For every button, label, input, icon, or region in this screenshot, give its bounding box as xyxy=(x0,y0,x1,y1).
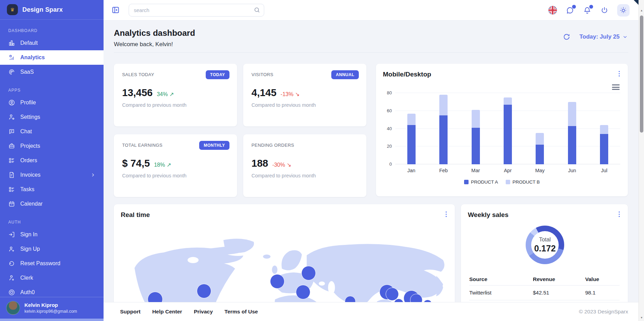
logout-button[interactable] xyxy=(600,6,609,15)
sidebar-item-clerk[interactable]: Clerk xyxy=(0,271,104,285)
kebab-menu-icon xyxy=(442,210,450,218)
power-icon xyxy=(600,6,609,14)
donut-total-label: Total xyxy=(539,237,551,243)
col-header-revenue: Revenue xyxy=(533,276,585,282)
search-input[interactable] xyxy=(129,4,264,17)
map-activity-dot xyxy=(270,274,285,289)
sign-in-icon xyxy=(8,231,15,238)
sidebar-item-analytics[interactable]: Analytics xyxy=(0,50,104,65)
sidebar-item-settings[interactable]: Settings xyxy=(0,110,104,124)
trend-down-icon: ↘ xyxy=(287,162,291,168)
sidebar-item-default[interactable]: Default xyxy=(0,36,104,50)
table-row: Twitterlist $42.51 98.1 xyxy=(469,286,620,300)
bar-jan xyxy=(395,93,427,164)
scrollbar-down-arrow[interactable]: ▼ xyxy=(639,315,644,320)
stat-delta: -30% ↘ xyxy=(272,162,291,168)
shield-icon xyxy=(8,289,15,296)
panel-collapse-icon xyxy=(111,6,120,14)
calendar-icon xyxy=(8,200,15,207)
footer-link-terms[interactable]: Terms of Use xyxy=(225,309,258,315)
corner-ribbon xyxy=(634,0,638,5)
user-email: kelvin.kiprop96@gmail.com xyxy=(24,309,77,314)
sidebar-item-sign-in[interactable]: Sign In xyxy=(0,227,104,242)
sidebar-user-card[interactable]: Kelvin Kiprop kelvin.kiprop96@gmail.com xyxy=(0,297,104,319)
kebab-menu-icon xyxy=(615,70,623,77)
bar-may xyxy=(524,93,556,164)
chart-context-menu-button[interactable] xyxy=(612,84,620,90)
weekly-sales-table: Source Revenue Value Twitterlist $42.51 … xyxy=(469,273,620,300)
notifications-button[interactable] xyxy=(583,6,592,15)
refresh-button[interactable] xyxy=(563,33,570,41)
map-activity-dot xyxy=(296,285,310,299)
sidebar-item-profile[interactable]: Profile xyxy=(0,95,104,110)
stat-value: 4,145 xyxy=(251,87,277,99)
cell-revenue: $42.51 xyxy=(533,290,585,296)
table-header-row: Source Revenue Value xyxy=(469,273,620,286)
chart-plot: 020406080 xyxy=(395,93,620,164)
brand-name: Design Sparx xyxy=(22,6,63,13)
map-activity-dot xyxy=(301,266,316,280)
footer: Support Help Center Privacy Terms of Use… xyxy=(104,302,638,321)
stat-card-total-earnings: TOTAL EARNINGS MONTHLY $ 74,5 18% ↗ Comp… xyxy=(114,134,237,197)
invoice-icon xyxy=(8,172,15,178)
legend-item-product-b[interactable]: PRODUCT B xyxy=(506,179,540,185)
user-plus-icon xyxy=(8,246,15,252)
main-content: Analytics dashboard Welcome back, Kelvin… xyxy=(104,21,638,321)
chart-title: Mobile/Desktop xyxy=(383,71,431,78)
language-flag-button[interactable] xyxy=(548,6,557,15)
chart-kebab-button[interactable] xyxy=(615,70,623,77)
bar-mar xyxy=(460,93,492,164)
stat-title: PENDING ORDERS xyxy=(251,143,358,148)
briefcase-icon xyxy=(8,143,15,149)
scrollbar-thumb[interactable] xyxy=(640,15,643,133)
scrollbar-up-arrow[interactable]: ▲ xyxy=(639,8,644,13)
sidebar-item-orders[interactable]: Orders xyxy=(0,153,104,168)
sidebar-item-saas[interactable]: SaaS xyxy=(0,65,104,79)
stat-card-visitors: VISITORS ANNUAL 4,145 -13% ↘ Compared to… xyxy=(243,64,366,126)
messages-button[interactable] xyxy=(566,6,575,15)
stat-card-sales-today: SALES TODAY TODAY 13,456 34% ↗ Compared … xyxy=(114,64,237,126)
realtime-title: Real time xyxy=(121,211,150,219)
weekly-kebab-button[interactable] xyxy=(615,210,623,218)
legend-item-product-a[interactable]: PRODUCT A xyxy=(464,179,498,185)
sidebar-collapse-button[interactable] xyxy=(111,6,120,15)
section-label-auth: AUTH xyxy=(0,220,104,225)
col-header-source: Source xyxy=(469,276,533,282)
sidebar-item-reset-password[interactable]: Reset Password xyxy=(0,256,104,271)
list-layout-icon xyxy=(8,157,15,164)
footer-link-help-center[interactable]: Help Center xyxy=(152,309,182,315)
stat-compare: Compared to previous month xyxy=(251,102,358,108)
chart-column-icon xyxy=(8,40,15,46)
sidebar-item-invoices[interactable]: Invoices xyxy=(0,168,104,182)
tasks-icon xyxy=(8,186,15,193)
stat-compare: Compared to previous month xyxy=(122,173,229,178)
sidebar-item-sign-up[interactable]: Sign Up xyxy=(0,242,104,256)
trend-up-icon: ↗ xyxy=(169,91,174,97)
scrollbar: ▲ ▼ xyxy=(638,0,644,321)
donut-total-value: 0.172 xyxy=(534,244,556,253)
page-title: Analytics dashboard xyxy=(114,28,628,38)
sidebar-item-projects[interactable]: Projects xyxy=(0,139,104,153)
kebab-menu-icon xyxy=(615,210,623,218)
messages-badge xyxy=(572,5,576,9)
spiral-icon xyxy=(8,69,15,75)
realtime-kebab-button[interactable] xyxy=(442,210,450,218)
user-name: Kelvin Kiprop xyxy=(24,302,77,308)
notifications-badge xyxy=(589,5,593,9)
chart-x-axis: JanFebMarAprMayJunJul xyxy=(395,168,620,173)
footer-link-privacy[interactable]: Privacy xyxy=(194,309,213,315)
stat-card-pending-orders: PENDING ORDERS 188 -30% ↘ Compared to pr… xyxy=(243,134,366,197)
stat-value: 13,456 xyxy=(122,87,153,99)
chart-gauge-icon xyxy=(8,54,15,61)
hamburger-icon xyxy=(612,84,620,85)
footer-link-support[interactable]: Support xyxy=(120,309,140,315)
brand[interactable]: ♛ Design Sparx xyxy=(0,0,104,20)
theme-toggle-button[interactable] xyxy=(617,4,630,17)
bar-jun xyxy=(556,93,588,164)
sidebar-item-tasks[interactable]: Tasks xyxy=(0,182,104,197)
sidebar-item-calendar[interactable]: Calendar xyxy=(0,197,104,211)
date-picker[interactable]: Today: July 25 xyxy=(579,33,627,40)
sidebar-item-chat[interactable]: Chat xyxy=(0,124,104,139)
bar-apr xyxy=(492,93,524,164)
section-label-dashboard: DASHBOARD xyxy=(0,28,104,33)
